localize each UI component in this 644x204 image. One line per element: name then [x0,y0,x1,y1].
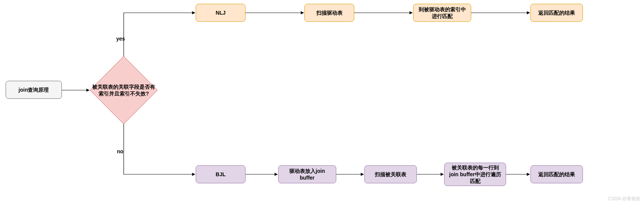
start-label: join查询原理 [19,86,49,93]
nlj-label: NLJ [216,9,225,16]
start-node: join查询原理 [6,81,62,99]
edge-bjl-drivebuffer [246,174,278,175]
return2-label: 返回匹配的结果 [538,171,575,178]
nlj-node: NLJ [196,4,246,22]
decision-node: 被关联表的关联字段是否有索引并且索引不失效? [90,56,157,124]
edge-label-no: no [117,148,123,154]
edge-start-decision [62,90,90,91]
index-match-node: 到被驱动表的索引中进行匹配 [413,4,471,22]
drive-buffer-label: 驱动表放入join buffer [282,168,333,181]
return1-label: 返回匹配的结果 [538,9,575,16]
edge-scandrive-indexmatch [354,12,413,13]
drive-buffer-node: 驱动表放入join buffer [278,165,336,183]
scan-related-label: 扫描被关联表 [375,171,406,178]
edge-decision-nlj [123,12,196,57]
decision-label: 被关联表的关联字段是否有索引并且索引不失效? [90,83,157,97]
return2-node: 返回匹配的结果 [530,165,583,183]
edge-scanrelated-buffermatch [417,174,444,175]
edge-nlj-scandrive [246,12,304,13]
index-match-label: 到被驱动表的索引中进行匹配 [416,6,468,20]
edge-decision-bjl [123,124,196,175]
edge-drivebuffer-scanrelated [336,174,364,175]
watermark: CSDN @黄俊懿 [608,196,640,202]
bjl-label: BJL [216,171,225,178]
edge-buffermatch-return2 [506,174,530,175]
scan-drive-label: 扫描驱动表 [316,9,343,16]
scan-drive-node: 扫描驱动表 [304,4,354,22]
buffer-match-node: 被关联表的每一行到join buffer中进行遍历匹配 [444,163,506,186]
scan-related-node: 扫描被关联表 [364,165,417,183]
buffer-match-label: 被关联表的每一行到join buffer中进行遍历匹配 [448,164,503,185]
edge-indexmatch-return1 [471,12,530,13]
return1-node: 返回匹配的结果 [530,4,583,22]
bjl-node: BJL [196,165,246,183]
edge-label-yes: yes [116,36,125,42]
